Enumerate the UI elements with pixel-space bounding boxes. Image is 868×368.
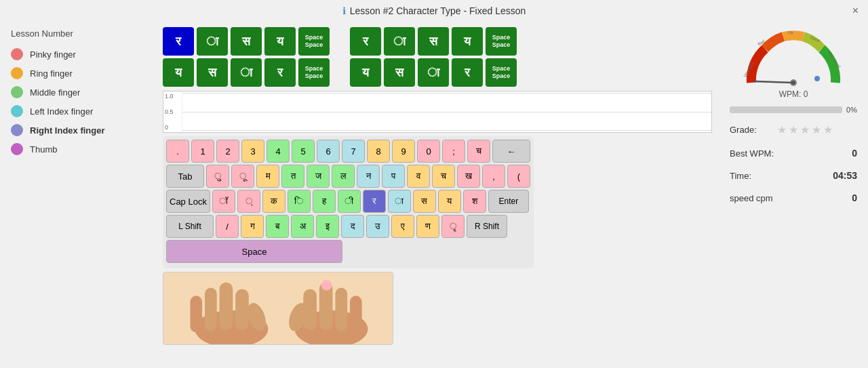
kb-key-Tab[interactable]: Tab: [166, 165, 204, 188]
time-value: 04:53: [833, 170, 857, 181]
best-wpm-row: Best WPM: 0: [730, 142, 857, 165]
svg-rect-9: [335, 288, 347, 331]
finger-item-left-index[interactable]: Left Index finger: [11, 105, 145, 117]
lesson-number-label: Lesson Number: [11, 28, 145, 39]
char-key: र: [163, 27, 194, 56]
kb-key-य[interactable]: य: [438, 190, 461, 213]
kb-key-त[interactable]: त: [281, 165, 304, 188]
kb-key-क[interactable]: क: [262, 190, 285, 213]
kb-key-ल[interactable]: ल: [332, 165, 355, 188]
finger-dot-middle: [11, 86, 23, 98]
kb-key-प[interactable]: प: [382, 165, 405, 188]
gauge-svg: Very Bad Bad Ok Good Very Good: [739, 28, 848, 89]
kb-key-च[interactable]: च: [432, 165, 455, 188]
finger-item-right-index[interactable]: Right Index finger: [11, 124, 145, 136]
best-wpm-label: Best WPM:: [730, 148, 852, 159]
finger-item-pinky[interactable]: Pinky finger: [11, 48, 145, 60]
kb-key-;[interactable]: ;: [442, 140, 465, 163]
kb-key-ह[interactable]: ह: [313, 190, 336, 213]
keyboard-row-row4: L Shift/गबअइदउएणृR Shift: [166, 215, 530, 238]
info-icon: ℹ: [342, 5, 346, 16]
kb-key-ि[interactable]: ि: [288, 190, 311, 213]
kb-key-/[interactable]: /: [216, 215, 239, 238]
kb-key-9[interactable]: 9: [392, 140, 415, 163]
kb-key-5[interactable]: 5: [292, 140, 315, 163]
svg-point-20: [791, 81, 795, 85]
finger-item-middle[interactable]: Middle finger: [11, 86, 145, 98]
kb-key-ए[interactable]: ए: [391, 215, 414, 238]
char-key: य: [264, 27, 296, 56]
speed-cpm-value: 0: [852, 192, 857, 203]
svg-text:Ok: Ok: [788, 30, 794, 35]
stars: ★★★★★: [777, 123, 833, 136]
svg-rect-10: [350, 295, 362, 332]
kb-key-ृ[interactable]: ृ: [441, 215, 465, 238]
finger-item-ring[interactable]: Ring finger: [11, 67, 145, 79]
kb-key-([interactable]: (: [507, 165, 530, 188]
kb-key-म[interactable]: म: [256, 165, 279, 188]
kb-key-←[interactable]: ←: [492, 140, 530, 163]
kb-key-न[interactable]: न: [357, 165, 380, 188]
kb-key-3[interactable]: 3: [241, 140, 264, 163]
kb-key-अ[interactable]: अ: [291, 215, 314, 238]
kb-key-R-Shift[interactable]: R Shift: [467, 215, 507, 238]
star-3: ★: [800, 123, 810, 136]
svg-line-19: [754, 81, 793, 83]
title-bar: ℹ Lesson #2 Character Type - Fixed Lesso…: [0, 0, 868, 22]
kb-key-ा[interactable]: ा: [388, 190, 411, 213]
kb-key-Cap-Lock[interactable]: Cap Lock: [166, 190, 210, 213]
kb-key-द[interactable]: द: [341, 215, 364, 238]
kb-key-ू[interactable]: ू: [231, 165, 254, 188]
finger-dot-pinky: [11, 48, 23, 60]
kb-key-ग[interactable]: ग: [241, 215, 264, 238]
char-key: स: [418, 27, 449, 56]
kb-key-र[interactable]: र: [363, 190, 386, 213]
kb-key-4[interactable]: 4: [267, 140, 290, 163]
kb-key-,[interactable]: ,: [482, 165, 505, 188]
kb-key-उ[interactable]: उ: [366, 215, 389, 238]
kb-key-इ[interactable]: इ: [316, 215, 339, 238]
kb-key-.[interactable]: .: [166, 140, 189, 163]
kb-key-L-Shift[interactable]: L Shift: [166, 215, 214, 238]
char-key: Space Space: [486, 58, 517, 87]
char-key: ा: [197, 27, 228, 56]
char-key: Space Space: [298, 58, 330, 87]
kb-key-8[interactable]: 8: [367, 140, 390, 163]
kb-key-ब[interactable]: ब: [266, 215, 289, 238]
finger-dot-left-index: [11, 105, 23, 117]
kb-key-0[interactable]: 0: [417, 140, 440, 163]
progress-percent: 0%: [846, 106, 857, 114]
kb-key-7[interactable]: 7: [342, 140, 365, 163]
kb-key-2[interactable]: 2: [216, 140, 239, 163]
char-display: रासयSpace SpaceयसारSpace Space रासयSpace…: [163, 27, 712, 87]
progress-bar-container: 0%: [730, 106, 857, 114]
kb-key-ी[interactable]: ी: [338, 190, 361, 213]
finger-list: Pinky fingerRing fingerMiddle fingerLeft…: [11, 48, 145, 155]
kb-key-च[interactable]: च: [467, 140, 490, 163]
char-key: ा: [418, 58, 449, 87]
kb-key-ज[interactable]: ज: [307, 165, 330, 188]
kb-key-1[interactable]: 1: [191, 140, 214, 163]
char-row: यसारSpace Space: [163, 58, 330, 87]
kb-key-ख[interactable]: ख: [457, 165, 480, 188]
char-key: स: [384, 58, 415, 87]
gauge-container: Very Bad Bad Ok Good Very Good WPM: 0: [730, 28, 857, 99]
char-key: ा: [384, 27, 415, 56]
progress-bar-bg: [730, 106, 842, 113]
finger-item-thumb[interactable]: Thumb: [11, 143, 145, 155]
kb-key-व[interactable]: व: [407, 165, 430, 188]
kb-key-्[interactable]: ्: [237, 190, 260, 213]
finger-label-ring: Ring finger: [30, 68, 73, 79]
kb-key-स[interactable]: स: [413, 190, 436, 213]
close-button[interactable]: ×: [852, 5, 859, 17]
kb-key-ॉ[interactable]: ॉ: [212, 190, 235, 213]
kb-key-Enter[interactable]: Enter: [488, 190, 529, 213]
keyboard-row-row2: Tabुूमतजलनपवचख,(: [166, 165, 530, 188]
svg-point-12: [321, 280, 332, 291]
star-4: ★: [812, 123, 821, 136]
kb-key-श[interactable]: श: [463, 190, 486, 213]
kb-key-ण[interactable]: ण: [416, 215, 439, 238]
kb-key-ु[interactable]: ु: [206, 165, 229, 188]
kb-key-6[interactable]: 6: [317, 140, 340, 163]
kb-key-Space[interactable]: Space: [166, 240, 342, 263]
